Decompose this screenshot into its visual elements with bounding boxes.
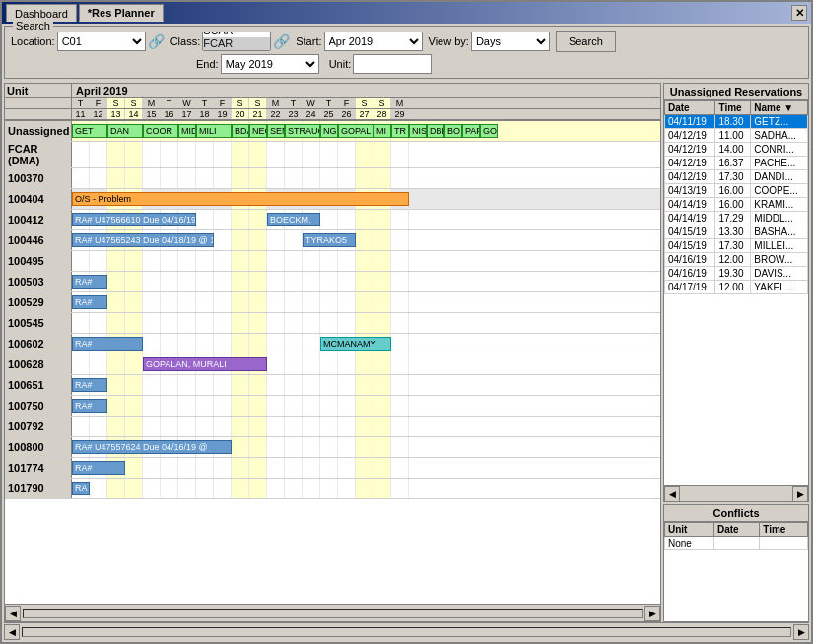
unassigned-row[interactable]: 04/12/1917.30DANDI... (665, 170, 808, 184)
reservation-bar[interactable]: STRAUGH (285, 124, 320, 138)
grid-row: 100750RA# (5, 396, 660, 417)
reservation-bar[interactable]: RA# U47565243 Due 04/18/19 @ 15.25 (72, 233, 214, 247)
timeline-cell[interactable]: O/S - Problem (72, 189, 660, 209)
timeline-cell[interactable] (72, 313, 660, 333)
reservation-bar[interactable]: TYRAKO5 (303, 233, 356, 247)
timeline-cell[interactable]: GETDANCOORMIDMILIBDANECSENSTRAUGHNGOPGOP… (72, 121, 660, 141)
viewby-select[interactable]: Days (471, 32, 550, 51)
unassigned-row[interactable]: 04/12/1914.00CONRI... (665, 143, 808, 157)
reservation-bar[interactable]: NISH (409, 124, 427, 138)
date-num-cell: 12 (90, 109, 107, 119)
reservation-bar[interactable]: RA (72, 482, 90, 495)
reservation-bar[interactable]: NEC (249, 124, 267, 138)
timeline-cell[interactable]: RA# (72, 396, 660, 416)
unassigned-row[interactable]: 04/14/1916.00KRAMI... (665, 198, 808, 212)
reservation-bar[interactable]: O/S - Problem (72, 192, 409, 206)
unassigned-row[interactable]: 04/13/1916.00COOPE... (665, 184, 808, 198)
reservation-bar[interactable]: MI (373, 124, 391, 138)
timeline-cell[interactable]: GOPALAN, MURALI (72, 354, 660, 374)
reservation-bar[interactable]: BOECKM. (267, 213, 320, 226)
reservation-bar[interactable]: RA# U47557624 Due 04/16/19 @ (72, 440, 232, 454)
reservation-bar[interactable]: RA# (72, 461, 125, 475)
start-select[interactable]: Apr 2019 (324, 32, 423, 51)
reservation-bar[interactable]: MID (178, 124, 196, 138)
unassigned-row[interactable]: 04/15/1917.30MILLEI... (665, 239, 808, 253)
unassigned-row[interactable]: 04/15/1913.30BASHA... (665, 225, 808, 239)
unassigned-reservations-scroll[interactable]: Date Time Name ▼ 04/11/1918.30GETZ...04/… (664, 100, 808, 485)
unassigned-row[interactable]: 04/11/1918.30GETZ... (665, 115, 808, 129)
ur-name: KRAMI... (751, 198, 808, 212)
horizontal-scrollbar[interactable]: ◀ ▶ (5, 604, 660, 621)
grid-row: 100503RA# (5, 272, 660, 292)
timeline-cell[interactable]: RA# (72, 375, 660, 395)
scroll-left-btn[interactable]: ◀ (5, 606, 21, 621)
reservation-bar[interactable]: GON (480, 124, 498, 138)
unit-cell: FCAR (DMA) (5, 142, 72, 167)
reservation-bar[interactable]: GOPAL (338, 124, 373, 138)
end-select[interactable]: May 2019 (221, 54, 319, 74)
bottom-scroll-track[interactable] (22, 627, 791, 637)
search-button[interactable]: Search (556, 31, 616, 52)
reservation-bar[interactable]: MILI (196, 124, 232, 138)
day-name-cell: S (107, 98, 125, 108)
unassigned-row[interactable]: 04/17/1912.00YAKEL... (665, 281, 808, 294)
reservation-bar[interactable]: RA# (72, 378, 107, 392)
reservation-bar[interactable]: SEN (267, 124, 285, 138)
reservation-bar[interactable]: RA# U47566610 Due 04/16/19 (72, 213, 196, 226)
unit-input[interactable] (353, 54, 432, 74)
timeline-cell[interactable]: RA#MCMANAMY (72, 334, 660, 354)
reservation-bar[interactable]: NGOP (320, 124, 338, 138)
timeline-cell[interactable]: RA# U47557624 Due 04/16/19 @ (72, 437, 660, 457)
bottom-scroll-right[interactable]: ▶ (793, 624, 809, 640)
location-icon[interactable]: 🔗 (148, 33, 165, 49)
unassigned-row[interactable]: 04/16/1912.00BROW... (665, 253, 808, 267)
reservation-bar[interactable]: RA# (72, 295, 107, 309)
reservation-bar[interactable]: DAN (107, 124, 143, 138)
class-icon[interactable]: 🔗 (273, 33, 290, 49)
ur-time: 11.00 (715, 129, 751, 143)
reservation-bar[interactable]: RA# (72, 337, 143, 351)
timeline-cell[interactable] (72, 142, 660, 167)
timeline-cell[interactable] (72, 251, 660, 271)
reservation-bar[interactable]: RA# (72, 275, 107, 289)
tab-res-planner[interactable]: *Res Planner (79, 4, 164, 22)
reservation-bar[interactable]: BO (444, 124, 462, 138)
unassigned-row[interactable]: 04/16/1919.30DAVIS... (665, 267, 808, 281)
location-select[interactable]: C01 DMA DMAT (57, 32, 146, 51)
scroll-right-btn[interactable]: ▶ (644, 606, 660, 621)
reservation-bar[interactable]: GOPALAN, MURALI (143, 357, 267, 371)
ur-scrollbar[interactable]: ◀ ▶ (664, 485, 808, 501)
close-button[interactable]: ✕ (791, 5, 807, 21)
reservation-bar[interactable]: PAPE (462, 124, 480, 138)
ur-scroll-right[interactable]: ▶ (792, 486, 808, 502)
timeline-cell[interactable]: RA# U47566610 Due 04/16/19BOECKM. (72, 210, 660, 229)
unassigned-row[interactable]: 04/12/1916.37PACHE... (665, 157, 808, 170)
timeline-cell[interactable]: RA (72, 479, 660, 498)
unit-cell: Unassigned (5, 121, 72, 141)
reservation-bar[interactable]: BDA (232, 124, 249, 138)
grid-scroll[interactable]: UnassignedGETDANCOORMIDMILIBDANECSENSTRA… (5, 121, 660, 604)
unassigned-row[interactable]: 04/12/1911.00SADHA... (665, 129, 808, 143)
reservation-bar[interactable]: TR (391, 124, 409, 138)
unassigned-row[interactable]: 04/14/1917.29MIDDL... (665, 212, 808, 225)
bottom-scrollbar-row[interactable]: ◀ ▶ (4, 622, 809, 640)
timeline-cell[interactable] (72, 417, 660, 436)
reservation-bar[interactable]: RA# (72, 399, 107, 413)
timeline-cell[interactable] (72, 168, 660, 188)
bottom-scroll-left[interactable]: ◀ (4, 624, 20, 640)
reservation-bar[interactable]: COOR (143, 124, 178, 138)
ur-time: 16.37 (715, 157, 751, 170)
timeline-cell[interactable]: RA# U47565243 Due 04/18/19 @ 15.25TYRAKO… (72, 230, 660, 250)
timeline-cell[interactable]: RA# (72, 458, 660, 478)
class-select[interactable]: SCAR FCAR FullSize MVAR (202, 32, 271, 51)
ur-scroll-left[interactable]: ◀ (664, 486, 680, 502)
date-num-cell: 25 (320, 109, 338, 119)
timeline-cell[interactable]: RA# (72, 292, 660, 312)
ur-date: 04/16/19 (665, 267, 715, 281)
reservation-bar[interactable]: GET (72, 124, 107, 138)
h-scrollbar-track[interactable] (23, 609, 643, 618)
reservation-bar[interactable]: MCMANAMY (320, 337, 391, 351)
unit-cell: 100446 (5, 230, 72, 250)
reservation-bar[interactable]: DBR (427, 124, 444, 138)
timeline-cell[interactable]: RA# (72, 272, 660, 291)
